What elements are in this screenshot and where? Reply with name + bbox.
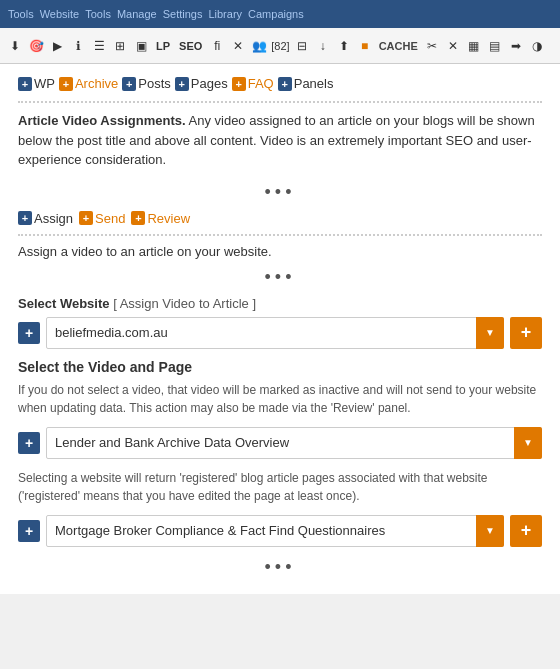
toolbar-lp: LP (153, 40, 173, 52)
toolbar-icon-4[interactable]: ☰ (90, 37, 108, 55)
divider-1 (18, 101, 542, 103)
select-website-add-button[interactable]: + (510, 317, 542, 349)
toolbar-icon-9[interactable]: ↓ (314, 37, 332, 55)
select-page-add-button[interactable]: + (510, 515, 542, 547)
select-video-plus[interactable]: + (18, 432, 40, 454)
review-link-label[interactable]: Review (147, 211, 190, 226)
assign-description: Assign a video to an article on your web… (18, 244, 542, 259)
select-website-label: Select Website [ Assign Video to Article… (18, 296, 542, 311)
quicklink-archive-label[interactable]: Archive (75, 76, 118, 91)
toolbar-icon-users[interactable]: 👥 (250, 37, 268, 55)
select-video-heading: Select the Video and Page (18, 359, 542, 375)
quicklink-panels[interactable]: + Panels (278, 76, 334, 91)
plus-icon-archive: + (59, 77, 73, 91)
quicklink-faq[interactable]: + FAQ (232, 76, 274, 91)
toolbar-icon-1[interactable]: ⬇ (6, 37, 24, 55)
quicklink-pages-label[interactable]: Pages (191, 76, 228, 91)
action-links-row: + Assign + Send + Review (18, 211, 542, 226)
review-link[interactable]: + Review (131, 211, 190, 226)
nav-settings[interactable]: Settings (163, 8, 203, 20)
assign-link-label[interactable]: Assign (34, 211, 73, 226)
quicklink-posts[interactable]: + Posts (122, 76, 171, 91)
toolbar-icon-fi[interactable]: ﬁ (208, 37, 226, 55)
nav-tools2[interactable]: Tools (85, 8, 111, 20)
main-content: + WP + Archive + Posts + Pages + FAQ + P… (0, 64, 560, 594)
select-website-bracket: [ Assign Video to Article ] (113, 296, 256, 311)
toolbar-icon-11[interactable]: ✂ (423, 37, 441, 55)
toolbar-icon-8[interactable]: ⊟ (293, 37, 311, 55)
quick-links-row: + WP + Archive + Posts + Pages + FAQ + P… (18, 76, 542, 91)
select-website-plus[interactable]: + (18, 322, 40, 344)
plus-icon-posts: + (122, 77, 136, 91)
plus-icon-review: + (131, 211, 145, 225)
select-page-row: + Mortgage Broker Compliance & Fact Find… (18, 515, 542, 547)
cache-button[interactable]: CACHE (377, 40, 420, 52)
toolbar-icon-5[interactable]: ⊞ (111, 37, 129, 55)
assign-link[interactable]: + Assign (18, 211, 73, 226)
plus-icon-pages: + (175, 77, 189, 91)
toolbar-icon-6[interactable]: ▣ (132, 37, 150, 55)
quicklink-pages[interactable]: + Pages (175, 76, 228, 91)
select-page-dropdown[interactable]: Mortgage Broker Compliance & Fact Find Q… (46, 515, 504, 547)
plus-icon-assign: + (18, 211, 32, 225)
divider-2 (18, 234, 542, 236)
ellipsis-2: ••• (18, 267, 542, 288)
select-page-wrapper: Mortgage Broker Compliance & Fact Find Q… (46, 515, 504, 547)
toolbar-icon-3[interactable]: ▶ (48, 37, 66, 55)
send-link[interactable]: + Send (79, 211, 125, 226)
toolbar-icon-info[interactable]: ℹ (69, 37, 87, 55)
quicklink-wp[interactable]: + WP (18, 76, 55, 91)
plus-icon-panels: + (278, 77, 292, 91)
quicklink-faq-label[interactable]: FAQ (248, 76, 274, 91)
toolbar-icon-10[interactable]: ⬆ (335, 37, 353, 55)
toolbar-icon-orange[interactable]: ■ (356, 37, 374, 55)
article-video-bold: Article Video Assignments. (18, 113, 186, 128)
toolbar-icon-13[interactable]: ▦ (465, 37, 483, 55)
nav-tools[interactable]: Tools (8, 8, 34, 20)
toolbar-seo: SEO (176, 40, 205, 52)
nav-manage[interactable]: Manage (117, 8, 157, 20)
toolbar-icon-14[interactable]: ▤ (486, 37, 504, 55)
quicklink-archive[interactable]: + Archive (59, 76, 118, 91)
select-website-dropdown[interactable]: beliefmedia.com.au (46, 317, 504, 349)
select-website-wrapper: beliefmedia.com.au (46, 317, 504, 349)
ellipsis-1: ••• (18, 182, 542, 203)
toolbar-icon-2[interactable]: 🎯 (27, 37, 45, 55)
nav-campaigns[interactable]: Campaigns (248, 8, 304, 20)
select-website-strong: Select Website (18, 296, 110, 311)
select-video-dropdown[interactable]: Lender and Bank Archive Data Overview (46, 427, 542, 459)
top-navigation: Tools Website Tools Manage Settings Libr… (0, 0, 560, 28)
quicklink-panels-label[interactable]: Panels (294, 76, 334, 91)
nav-website[interactable]: Website (40, 8, 80, 20)
quicklink-wp-label[interactable]: WP (34, 76, 55, 91)
video-info-text: If you do not select a video, that video… (18, 381, 542, 417)
registered-notice: Selecting a website will return 'registe… (18, 469, 542, 505)
plus-icon-faq: + (232, 77, 246, 91)
plus-icon-wp: + (18, 77, 32, 91)
ellipsis-3: ••• (18, 557, 542, 578)
send-link-label[interactable]: Send (95, 211, 125, 226)
toolbar-icon-7[interactable]: ✕ (229, 37, 247, 55)
nav-library[interactable]: Library (208, 8, 242, 20)
toolbar-icon-chart[interactable]: ◑ (528, 37, 546, 55)
select-website-row: + beliefmedia.com.au + (18, 317, 542, 349)
toolbar-icon-12[interactable]: ✕ (444, 37, 462, 55)
toolbar-count: [82] (271, 40, 289, 52)
select-video-row: + Lender and Bank Archive Data Overview (18, 427, 542, 459)
toolbar: ⬇ 🎯 ▶ ℹ ☰ ⊞ ▣ LP SEO ﬁ ✕ 👥 [82] ⊟ ↓ ⬆ ■ … (0, 28, 560, 64)
quicklink-posts-label[interactable]: Posts (138, 76, 171, 91)
select-page-plus[interactable]: + (18, 520, 40, 542)
toolbar-icon-arrow[interactable]: ➡ (507, 37, 525, 55)
plus-icon-send: + (79, 211, 93, 225)
select-video-wrapper: Lender and Bank Archive Data Overview (46, 427, 542, 459)
article-video-description: Article Video Assignments. Any video ass… (18, 111, 542, 170)
